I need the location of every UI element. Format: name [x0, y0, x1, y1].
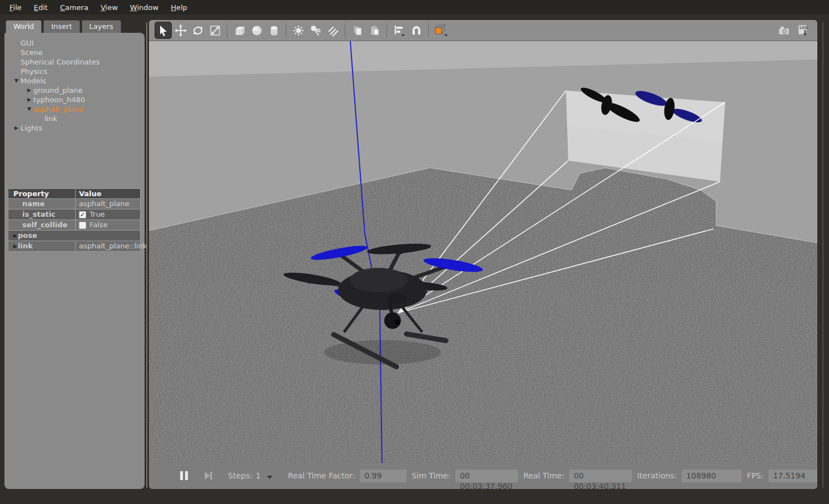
tree-item-models[interactable]: ▼Models	[4, 76, 145, 86]
box-icon	[234, 24, 246, 37]
fps-label: FPS:	[747, 471, 763, 480]
directional-light-button[interactable]	[324, 22, 341, 39]
tab-world[interactable]: World	[6, 20, 42, 33]
property-row-is-static[interactable]: is_static ✓True	[8, 209, 140, 220]
toolbar-separator	[345, 23, 345, 38]
steps-value[interactable]: 1	[256, 471, 261, 480]
menu-edit[interactable]: Edit	[28, 2, 54, 13]
window-edge	[822, 22, 823, 488]
cylinder-icon	[268, 24, 280, 37]
menu-view[interactable]: View	[95, 2, 124, 13]
svg-text:LOG: LOG	[800, 26, 808, 30]
point-light-icon	[292, 24, 305, 37]
view-cube-icon	[433, 23, 449, 38]
toolbar-separator	[428, 23, 429, 38]
point-light-button[interactable]	[290, 22, 307, 39]
tree-item-ground-plane[interactable]: ▶ground_plane	[4, 86, 145, 95]
expand-arrow-icon[interactable]: ▶	[12, 123, 21, 133]
copy-icon	[351, 24, 364, 37]
scene-render	[149, 41, 817, 463]
panel-splitter[interactable]	[146, 22, 147, 488]
tree-item-physics[interactable]: Physics	[4, 67, 145, 76]
camera-lens	[395, 320, 400, 325]
property-row-pose[interactable]: ▶pose	[8, 231, 140, 241]
drone-canopy	[350, 268, 408, 292]
menu-bar: File Edit Camera View Window Help	[0, 0, 829, 14]
log-icon: LOG	[797, 24, 810, 37]
menu-file[interactable]: File	[3, 2, 28, 13]
tree-item-asphalt-plane[interactable]: ▼asphalt_plane	[4, 104, 145, 114]
iterations-field[interactable]: 108980	[682, 470, 742, 482]
property-row-self-collide[interactable]: self_collide False	[8, 220, 140, 231]
fps-field[interactable]: 17.5194	[768, 470, 817, 482]
real-time-field[interactable]: 00 00:03:40.311	[569, 470, 632, 482]
spot-light-button[interactable]	[307, 22, 324, 39]
property-row-link[interactable]: ▶link asphalt_plane::link	[8, 241, 140, 252]
menu-camera[interactable]: Camera	[54, 2, 95, 13]
menu-help[interactable]: Help	[165, 2, 193, 13]
rotate-tool-button[interactable]	[189, 22, 206, 39]
simulation-status-bar: Steps: 1 Real Time Factor: 0.99 Sim Time…	[149, 463, 817, 488]
real-time-label: Real Time:	[523, 471, 564, 480]
world-tree: GUI Scene Spherical Coordinates Physics …	[4, 33, 145, 133]
translate-tool-button[interactable]	[172, 22, 189, 39]
property-table-header: Property Value	[8, 189, 140, 199]
tab-layers[interactable]: Layers	[82, 20, 121, 33]
sim-time-field[interactable]: 00 00:03:37.960	[455, 470, 518, 482]
cylinder-shape-button[interactable]	[265, 22, 282, 39]
expand-arrow-icon[interactable]: ▶	[8, 231, 16, 241]
step-button[interactable]	[203, 470, 214, 481]
directional-light-icon	[327, 24, 339, 37]
3d-viewport[interactable]	[149, 41, 817, 463]
sphere-shape-button[interactable]	[248, 22, 265, 39]
tree-item-link[interactable]: link	[4, 114, 145, 123]
toolbar-right-group: LOG	[775, 22, 812, 39]
select-tool-button[interactable]	[155, 22, 172, 39]
iterations-label: Iterations:	[637, 471, 677, 480]
expand-arrow-icon[interactable]: ▼	[25, 104, 33, 114]
viewport-toolbar: LOG	[149, 20, 817, 41]
tree-item-lights[interactable]: ▶Lights	[4, 123, 145, 133]
menu-window[interactable]: Window	[124, 2, 165, 13]
align-icon	[393, 24, 406, 37]
world-panel: GUI Scene Spherical Coordinates Physics …	[4, 33, 145, 489]
expand-arrow-icon[interactable]: ▶	[25, 86, 33, 95]
scale-icon	[209, 24, 221, 37]
box-shape-button[interactable]	[231, 22, 248, 39]
steps-dropdown-icon[interactable]	[267, 476, 272, 479]
toolbar-separator	[386, 23, 387, 38]
select-cursor-icon	[157, 24, 170, 37]
sim-time-label: Sim Time:	[411, 471, 450, 480]
log-record-button[interactable]: LOG	[795, 22, 812, 39]
tree-item-gui[interactable]: GUI	[4, 38, 145, 48]
copy-button[interactable]	[349, 22, 366, 39]
snap-magnet-icon	[410, 24, 423, 37]
tree-item-spherical-coordinates[interactable]: Spherical Coordinates	[4, 57, 145, 67]
rotate-icon	[192, 24, 204, 37]
expand-arrow-icon[interactable]: ▶	[8, 241, 16, 251]
translate-icon	[175, 24, 187, 37]
render-area: LOG	[149, 20, 817, 489]
paste-icon	[369, 24, 381, 37]
screenshot-button[interactable]	[775, 22, 792, 39]
toolbar-separator	[227, 23, 227, 38]
expand-arrow-icon[interactable]: ▼	[12, 76, 21, 86]
checkbox-checked-icon[interactable]: ✓	[79, 211, 86, 218]
paste-button[interactable]	[366, 22, 383, 39]
steps-label: Steps:	[228, 471, 252, 480]
real-time-factor-field[interactable]: 0.99	[360, 470, 406, 482]
view-angle-button[interactable]	[432, 22, 449, 39]
property-row-name[interactable]: name asphalt_plane	[8, 199, 140, 209]
checkbox-unchecked-icon[interactable]	[79, 222, 86, 229]
tab-insert[interactable]: Insert	[43, 20, 80, 33]
tree-item-scene[interactable]: Scene	[4, 48, 145, 57]
align-tool-button[interactable]	[390, 22, 408, 39]
expand-arrow-icon[interactable]: ▶	[25, 95, 33, 104]
scale-tool-button[interactable]	[206, 22, 224, 39]
real-time-factor-label: Real Time Factor:	[288, 471, 355, 480]
tree-item-typhoon-h480[interactable]: ▶typhoon_h480	[4, 95, 145, 104]
left-tab-bar: World Insert Layers	[6, 20, 121, 33]
snap-tool-button[interactable]	[408, 22, 425, 39]
spot-light-icon	[310, 24, 322, 37]
pause-button[interactable]	[179, 470, 189, 481]
